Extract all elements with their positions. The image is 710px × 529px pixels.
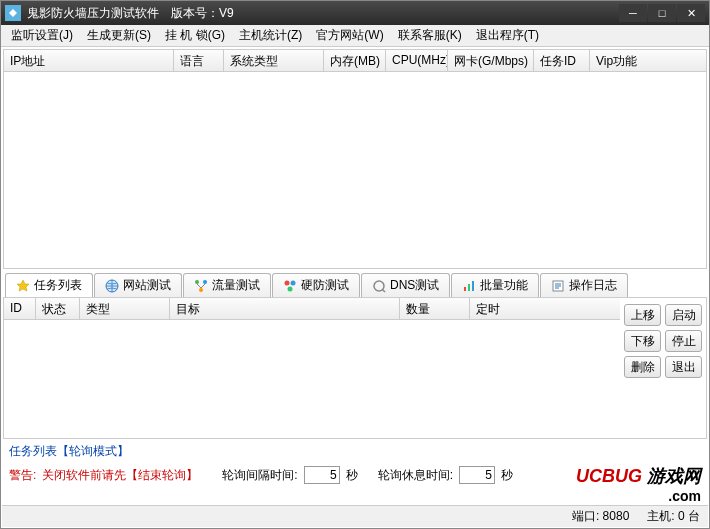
watermark-sub: .com [576,488,701,504]
title-bar: 鬼影防火墙压力测试软件 版本号：V9 ─ □ ✕ [1,1,709,25]
svg-rect-11 [464,287,466,291]
move-down-button[interactable]: 下移 [624,330,661,352]
tab-label: 硬防测试 [301,277,349,294]
delete-button[interactable]: 删除 [624,356,661,378]
svg-point-4 [203,280,207,284]
maximize-button[interactable]: □ [648,4,676,22]
hosts-table-body[interactable] [4,72,706,268]
menu-website[interactable]: 官方网站(W) [310,25,389,46]
app-icon [5,5,21,21]
flow-icon [194,279,208,293]
rest-label: 轮询休息时间: [378,467,453,484]
rest-input[interactable] [459,466,495,484]
tab-label: 流量测试 [212,277,260,294]
task-side-buttons: 上移 启动 下移 停止 删除 退出 [620,298,706,438]
col-nic[interactable]: 网卡(G/Mbps) [448,50,534,71]
poll-mode-title: 任务列表【轮询模式】 [1,439,709,464]
col-vip[interactable]: Vip功能 [590,50,706,71]
svg-line-10 [383,289,386,292]
tab-log[interactable]: 操作日志 [540,273,628,297]
task-table: ID 状态 类型 目标 数量 定时 [4,298,620,438]
col-cpu[interactable]: CPU(MHz) [386,50,448,71]
shield-icon [283,279,297,293]
tab-batch[interactable]: 批量功能 [451,273,539,297]
bars-icon [462,279,476,293]
col-os[interactable]: 系统类型 [224,50,324,71]
stop-button[interactable]: 停止 [665,330,702,352]
status-port: 端口: 8080 [572,508,629,525]
log-icon [551,279,565,293]
hosts-table-header: IP地址 语言 系统类型 内存(MB) CPU(MHz) 网卡(G/Mbps) … [4,50,706,72]
col-ip[interactable]: IP地址 [4,50,174,71]
col-mem[interactable]: 内存(MB) [324,50,386,71]
svg-point-6 [285,280,290,285]
col-timer[interactable]: 定时 [470,298,620,319]
col-taskid[interactable]: 任务ID [534,50,590,71]
interval-input[interactable] [304,466,340,484]
interval-label: 轮询间隔时间: [222,467,297,484]
menu-exit[interactable]: 退出程序(T) [470,25,545,46]
poll-warning-row: 警告: 关闭软件前请先【结束轮询】 轮询间隔时间: 秒 轮询休息时间: 秒 [1,464,709,486]
svg-marker-1 [17,280,29,291]
window-controls: ─ □ ✕ [619,4,705,22]
svg-point-5 [199,288,203,292]
svg-point-3 [195,280,199,284]
interval-unit: 秒 [346,467,358,484]
col-status[interactable]: 状态 [36,298,80,319]
tab-dns-test[interactable]: DNS测试 [361,273,450,297]
task-panel: ID 状态 类型 目标 数量 定时 上移 启动 下移 停止 删除 退出 [3,297,707,439]
tab-label: DNS测试 [390,277,439,294]
tab-traffic-test[interactable]: 流量测试 [183,273,271,297]
svg-point-8 [288,286,293,291]
tab-web-test[interactable]: 网站测试 [94,273,182,297]
move-up-button[interactable]: 上移 [624,304,661,326]
svg-rect-12 [468,284,470,291]
tab-label: 批量功能 [480,277,528,294]
tab-label: 任务列表 [34,277,82,294]
status-hosts: 主机: 0 台 [647,508,700,525]
task-table-header: ID 状态 类型 目标 数量 定时 [4,298,620,320]
tab-bar: 任务列表 网站测试 流量测试 硬防测试 DNS测试 批量功能 操作日志 [1,271,709,297]
minimize-button[interactable]: ─ [619,4,647,22]
menu-generate[interactable]: 生成更新(S) [81,25,157,46]
menu-bar: 监听设置(J) 生成更新(S) 挂 机 锁(G) 主机统计(Z) 官方网站(W)… [1,25,709,47]
star-icon [16,279,30,293]
menu-listen[interactable]: 监听设置(J) [5,25,79,46]
globe-icon [105,279,119,293]
menu-stats[interactable]: 主机统计(Z) [233,25,308,46]
svg-rect-13 [472,281,474,291]
rest-unit: 秒 [501,467,513,484]
col-type[interactable]: 类型 [80,298,170,319]
tab-hardguard-test[interactable]: 硬防测试 [272,273,360,297]
menu-lock[interactable]: 挂 机 锁(G) [159,25,231,46]
svg-point-7 [291,280,296,285]
tab-task-list[interactable]: 任务列表 [5,273,93,297]
tab-label: 操作日志 [569,277,617,294]
window-title: 鬼影防火墙压力测试软件 版本号：V9 [27,5,619,22]
warn-label: 警告: [9,467,36,484]
task-table-body[interactable] [4,320,620,438]
col-lang[interactable]: 语言 [174,50,224,71]
dns-icon [372,279,386,293]
col-id[interactable]: ID [4,298,36,319]
col-count[interactable]: 数量 [400,298,470,319]
hosts-table: IP地址 语言 系统类型 内存(MB) CPU(MHz) 网卡(G/Mbps) … [3,49,707,269]
status-bar: 端口: 8080 主机: 0 台 [2,505,708,527]
close-button[interactable]: ✕ [677,4,705,22]
start-button[interactable]: 启动 [665,304,702,326]
exit-button[interactable]: 退出 [665,356,702,378]
col-target[interactable]: 目标 [170,298,400,319]
warn-text: 关闭软件前请先【结束轮询】 [42,467,198,484]
tab-label: 网站测试 [123,277,171,294]
menu-support[interactable]: 联系客服(K) [392,25,468,46]
